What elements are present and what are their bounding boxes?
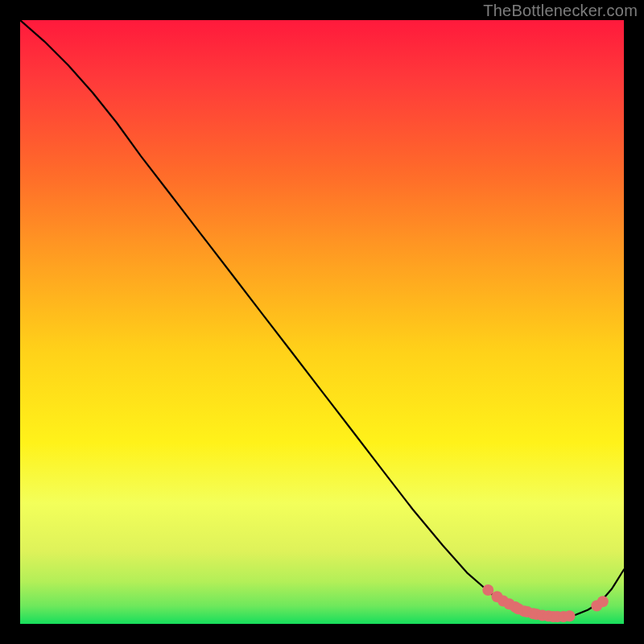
marker-group: [482, 584, 609, 622]
marker-dot: [597, 596, 609, 607]
marker-dot: [564, 610, 576, 621]
watermark-text: TheBottlenecker.com: [483, 2, 638, 20]
chart-stage: TheBottlenecker.com: [0, 0, 644, 644]
main-curve: [20, 20, 624, 617]
plot-area: [20, 20, 624, 624]
plot-svg: [20, 20, 624, 624]
marker-dot: [482, 584, 493, 596]
